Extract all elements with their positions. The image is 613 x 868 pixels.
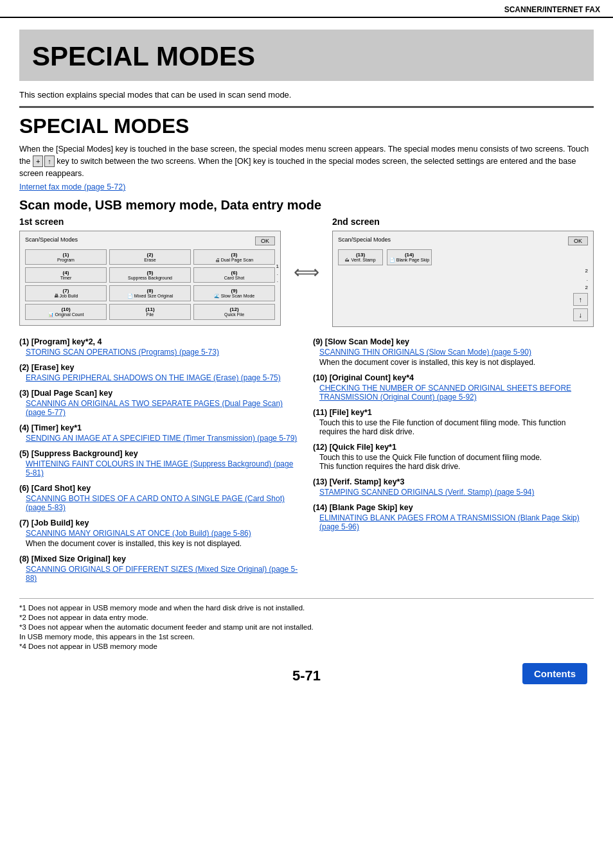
item-5-link[interactable]: WHITENING FAINT COLOURS IN THE IMAGE (Su…	[26, 459, 300, 477]
item-3: (3) [Dual Page Scan] key SCANNING AN ORI…	[19, 389, 300, 417]
screen2-ok[interactable]: OK	[568, 236, 588, 245]
key-verif-stamp[interactable]: (13) 🖮 Verif. Stamp	[338, 249, 383, 265]
item-11-note: Touch this to use the File function of d…	[319, 418, 594, 436]
screen2-container: 2nd screen Scan/Special Modes OK (13) 🖮 …	[332, 217, 594, 327]
item-6-link[interactable]: SCANNING BOTH SIDES OF A CARD ONTO A SIN…	[26, 494, 300, 512]
key-suppress-bg[interactable]: (5) Suppress Background	[109, 267, 191, 283]
item-2-key: (2) [Erase] key	[19, 363, 300, 372]
key-card-shot[interactable]: (6) Card Shot	[193, 267, 275, 283]
item-6-key: (6) [Card Shot] key	[19, 484, 300, 493]
key-program[interactable]: (1) Program	[25, 249, 107, 265]
item-8-key: (8) [Mixed Size Original] key	[19, 554, 300, 563]
contents-button[interactable]: Contents	[522, 663, 587, 684]
screen1-key-grid: (1) Program (2) Erase (3) 🖨 Dual Page Sc…	[25, 249, 275, 320]
item-12-key: (12) [Quick File] key*1	[313, 443, 594, 452]
section-title: SPECIAL MODES	[19, 114, 594, 138]
screen2-title: Scan/Special Modes	[338, 236, 391, 245]
footnotes: *1 Does not appear in USB memory mode an…	[19, 598, 594, 650]
item-7-key: (7) [Job Build] key	[19, 518, 300, 527]
item-3-key: (3) [Dual Page Scan] key	[19, 389, 300, 398]
items-columns: (1) [Program] key*2, 4 STORING SCAN OPER…	[19, 337, 594, 589]
item-13-key: (13) [Verif. Stamp] key*3	[313, 477, 594, 486]
item-13-link[interactable]: STAMPING SCANNED ORIGINALS (Verif. Stamp…	[319, 488, 594, 497]
item-14-link[interactable]: ELIMINATING BLANK PAGES FROM A TRANSMISS…	[319, 513, 594, 531]
item-3-link[interactable]: SCANNING AN ORIGINAL AS TWO SEPARATE PAG…	[26, 399, 300, 417]
page-number: 5-71	[213, 668, 400, 684]
item-9-key: (9) [Slow Scan Mode] key	[313, 337, 594, 346]
footnote-3b: In USB memory mode, this appears in the …	[19, 633, 594, 641]
header-bar: SCANNER/INTERNET FAX	[0, 0, 613, 18]
screen1-box: Scan/Special Modes OK (1) Program (2) Er…	[19, 231, 281, 326]
items-col-left: (1) [Program] key*2, 4 STORING SCAN OPER…	[19, 337, 300, 589]
screen1-container: 1st screen Scan/Special Modes OK (1) Pro…	[19, 217, 281, 326]
key-dual-page-scan[interactable]: (3) 🖨 Dual Page Scan	[193, 249, 275, 265]
screen1-label: 1st screen	[19, 217, 281, 227]
item-14-key: (14) [Blank Page Skip] key	[313, 503, 594, 512]
key-erase[interactable]: (2) Erase	[109, 249, 191, 265]
key-slow-scan[interactable]: (9) 🌊 Slow Scan Mode	[193, 285, 275, 301]
nav-up-icon: ↑	[44, 155, 55, 168]
footnote-2: *2 Does not appear in data entry mode.	[19, 614, 594, 621]
screen2-label: 2nd screen	[332, 217, 594, 227]
item-1-link[interactable]: STORING SCAN OPERATIONS (Programs) (page…	[26, 348, 300, 357]
item-12: (12) [Quick File] key*1 Touch this to us…	[313, 443, 594, 471]
nav-plus-icon: +	[33, 155, 43, 168]
key-mixed-size[interactable]: (8) 📄 Mixed Size Original	[109, 285, 191, 301]
item-13: (13) [Verif. Stamp] key*3 STAMPING SCANN…	[313, 477, 594, 497]
screen1-title: Scan/Special Modes	[25, 236, 78, 245]
screen2-down-arrow[interactable]: ↓	[573, 308, 589, 321]
item-10: (10) [Original Count] key*4 CHECKING THE…	[313, 373, 594, 402]
screens-arrow-icon: ⟺	[291, 261, 322, 283]
screen1-ok[interactable]: OK	[255, 236, 275, 245]
key-blank-page-skip[interactable]: (14) 📄 Blank Page Skip	[387, 249, 432, 265]
screen2-top: Scan/Special Modes OK	[338, 236, 588, 245]
footnote-3: *3 Does not appear when the automatic do…	[19, 623, 594, 631]
item-7: (7) [Job Build] key SCANNING MANY ORIGIN…	[19, 518, 300, 548]
screen2-right: 2 . 2 ↑ ↓	[338, 268, 588, 321]
key-quick-file[interactable]: (12) Quick File	[193, 304, 275, 320]
item-11: (11) [File] key*1 Touch this to use the …	[313, 408, 594, 436]
subsection-title: Scan mode, USB memory mode, Data entry m…	[19, 198, 594, 213]
item-10-key: (10) [Original Count] key*4	[313, 373, 594, 382]
footnote-1: *1 Does not appear in USB memory mode an…	[19, 604, 594, 612]
header-title: SCANNER/INTERNET FAX	[504, 5, 600, 14]
item-1-key: (1) [Program] key*2, 4	[19, 337, 300, 346]
screen2-box: Scan/Special Modes OK (13) 🖮 Verif. Stam…	[332, 231, 594, 327]
divider	[19, 106, 594, 108]
item-6: (6) [Card Shot] key SCANNING BOTH SIDES …	[19, 484, 300, 512]
item-14: (14) [Blank Page Skip] key ELIMINATING B…	[313, 503, 594, 531]
intro-text: When the [Special Modes] key is touched …	[19, 143, 594, 179]
item-2: (2) [Erase] key ERASING PERIPHERAL SHADO…	[19, 363, 300, 382]
item-11-key: (11) [File] key*1	[313, 408, 594, 417]
screens-row: 1st screen Scan/Special Modes OK (1) Pro…	[19, 217, 594, 327]
screen2-up-arrow[interactable]: ↑	[573, 293, 589, 306]
item-8-link[interactable]: SCANNING ORIGINALS OF DIFFERENT SIZES (M…	[26, 565, 300, 583]
item-9-link[interactable]: SCANNING THIN ORIGINALS (Slow Scan Mode)…	[319, 348, 594, 357]
item-10-link[interactable]: CHECKING THE NUMBER OF SCANNED ORIGINAL …	[319, 384, 594, 402]
page-footer: 5-71 Contents	[19, 663, 594, 684]
key-timer[interactable]: (4) Timer	[25, 267, 107, 283]
items-col-right: (9) [Slow Scan Mode] key SCANNING THIN O…	[313, 337, 594, 589]
key-job-build[interactable]: (7) 🖶 Job Build	[25, 285, 107, 301]
item-5-key: (5) [Suppress Background] key	[19, 449, 300, 458]
item-4: (4) [Timer] key*1 SENDING AN IMAGE AT A …	[19, 423, 300, 443]
item-12-note: Touch this to use the Quick File functio…	[319, 453, 594, 471]
item-4-link[interactable]: SENDING AN IMAGE AT A SPECIFIED TIME (Ti…	[26, 434, 300, 443]
item-5: (5) [Suppress Background] key WHITENING …	[19, 449, 300, 477]
screen2-keys: (13) 🖮 Verif. Stamp (14) 📄 Blank Page Sk…	[338, 249, 588, 265]
item-8: (8) [Mixed Size Original] key SCANNING O…	[19, 554, 300, 583]
item-9-note: When the document cover is installed, th…	[319, 358, 594, 367]
title-box: SPECIAL MODES	[19, 30, 594, 81]
internet-fax-link[interactable]: Internet fax mode (page 5-72)	[19, 182, 125, 191]
key-file[interactable]: (11) File	[109, 304, 191, 320]
subtitle-text: This section explains special modes that…	[19, 90, 594, 100]
page-title: SPECIAL MODES	[32, 41, 581, 72]
item-2-link[interactable]: ERASING PERIPHERAL SHADOWS ON THE IMAGE …	[26, 373, 300, 382]
screen1-top: Scan/Special Modes OK	[25, 236, 275, 245]
footnote-4: *4 Does not appear in USB memory mode	[19, 642, 594, 650]
item-4-key: (4) [Timer] key*1	[19, 423, 300, 432]
item-1: (1) [Program] key*2, 4 STORING SCAN OPER…	[19, 337, 300, 357]
item-9: (9) [Slow Scan Mode] key SCANNING THIN O…	[313, 337, 594, 367]
item-7-link[interactable]: SCANNING MANY ORIGINALS AT ONCE (Job Bui…	[26, 529, 300, 538]
key-original-count[interactable]: (10) 📊 Original Count	[25, 304, 107, 320]
